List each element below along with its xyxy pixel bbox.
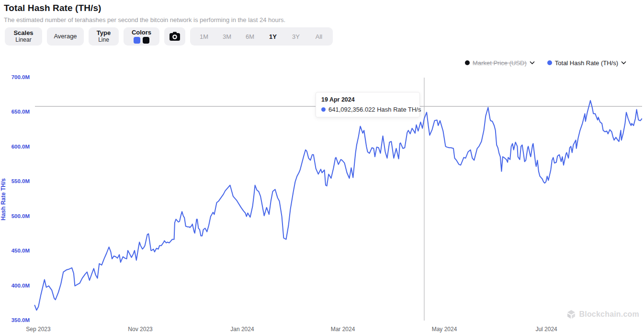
range-button-3y[interactable]: 3Y <box>284 27 307 46</box>
type-value: Line <box>98 37 109 44</box>
blue-color-swatch <box>134 37 140 44</box>
page-title: Total Hash Rate (TH/s) <box>4 3 101 13</box>
chevron-down-icon <box>530 61 535 65</box>
y-axis-tick: 550.0M <box>0 178 30 184</box>
tooltip-date: 19 Apr 2024 <box>321 96 414 103</box>
camera-icon <box>169 32 181 41</box>
x-axis-tick: May 2024 <box>432 326 457 333</box>
x-axis-tick: Jan 2024 <box>230 326 254 333</box>
range-button-all[interactable]: All <box>307 27 330 46</box>
watermark-label: Blockchain.com <box>579 310 639 319</box>
range-button-6m[interactable]: 6M <box>238 27 261 46</box>
x-axis-tick: Mar 2024 <box>331 326 355 333</box>
y-axis-tick: 350.0M <box>0 317 30 323</box>
x-axis-tick: Jul 2024 <box>535 326 557 333</box>
blockchain-logo-icon <box>566 310 576 319</box>
legend-item[interactable]: Market Price (USD) <box>465 59 535 67</box>
range-button-1m[interactable]: 1M <box>192 27 215 46</box>
blockchain-watermark: Blockchain.com <box>566 310 639 319</box>
legend-label: Market Price (USD) <box>473 59 527 67</box>
color-swatches <box>134 37 149 44</box>
average-label: Average <box>54 33 77 40</box>
legend-label: Total Hash Rate (TH/s) <box>555 59 618 67</box>
camera-button[interactable] <box>164 27 185 46</box>
scales-button[interactable]: Scales Linear <box>5 27 42 46</box>
average-button[interactable]: Average <box>47 27 84 46</box>
y-axis-tick: 500.0M <box>0 213 30 219</box>
x-axis-tick: Sep 2023 <box>26 326 50 333</box>
type-button[interactable]: Type Line <box>89 27 119 46</box>
y-axis-tick: 450.0M <box>0 248 30 253</box>
range-selector: 1M3M6M1Y3YAll <box>190 27 333 46</box>
tooltip-value: 641,092,356.022 Hash Rate TH/s <box>328 106 421 113</box>
chevron-down-icon <box>621 61 626 65</box>
y-axis-tick: 650.0M <box>0 109 30 115</box>
legend: Market Price (USD)Total Hash Rate (TH/s) <box>465 58 626 67</box>
range-button-1y[interactable]: 1Y <box>261 27 284 46</box>
tooltip-series-dot <box>321 107 326 112</box>
chart-tooltip: 19 Apr 2024 641,092,356.022 Hash Rate TH… <box>316 92 420 117</box>
hashrate-line <box>35 101 643 311</box>
y-axis-tick: 600.0M <box>0 144 30 150</box>
black-color-swatch <box>143 37 149 44</box>
y-axis-tick: 700.0M <box>0 74 30 80</box>
range-button-3m[interactable]: 3M <box>215 27 238 46</box>
legend-dot <box>465 60 470 65</box>
type-label: Type <box>97 30 111 37</box>
scales-value: Linear <box>15 37 31 44</box>
page-subtitle: The estimated number of terahashes per s… <box>4 16 285 23</box>
legend-dot <box>547 60 552 65</box>
chart-page: Total Hash Rate (TH/s) The estimated num… <box>0 0 644 334</box>
colors-label: Colors <box>132 29 151 36</box>
y-axis-tick: 400.0M <box>0 283 30 288</box>
colors-button[interactable]: Colors <box>124 27 159 46</box>
scales-label: Scales <box>13 30 33 37</box>
toolbar: Scales Linear Average Type Line Colors <box>5 27 333 46</box>
x-axis-tick: Nov 2023 <box>128 326 152 333</box>
legend-item[interactable]: Total Hash Rate (TH/s) <box>547 59 626 67</box>
